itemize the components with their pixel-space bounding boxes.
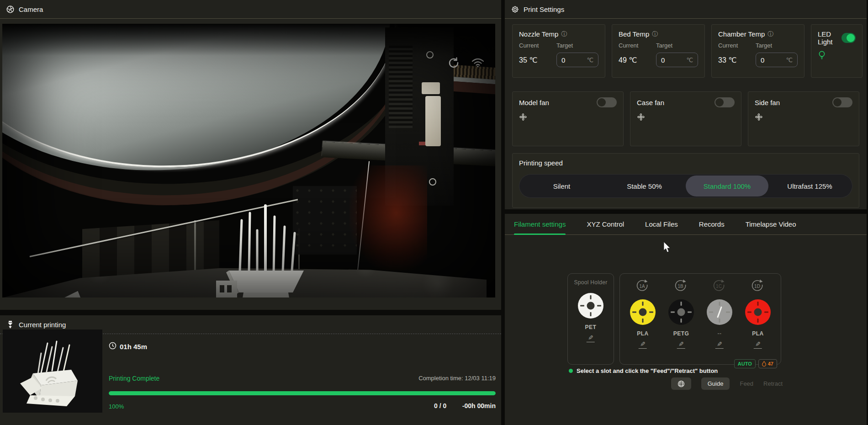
slot-hint-text: Select a slot and click the "Feed"/"Retr… xyxy=(577,367,718,374)
edit-pencil-icon[interactable]: ✎ xyxy=(639,340,647,349)
humidity-badge: 47 xyxy=(758,359,777,368)
top-shade xyxy=(2,24,495,56)
svg-text:1B: 1B xyxy=(677,284,683,289)
slot-1a-spool[interactable] xyxy=(630,299,656,325)
nozzle-target-value[interactable]: 0 xyxy=(561,56,565,64)
speed-option-ultrafast[interactable]: Ultrafast 125% xyxy=(768,175,851,197)
printing-speed-card: Printing speed Silent Stable 50% Standar… xyxy=(512,153,859,208)
retract-button[interactable]: Retract xyxy=(763,377,783,390)
print-job-thumbnail xyxy=(3,329,102,413)
nozzle-target-unit: ℃ xyxy=(587,57,593,64)
printing-speed-selector: Silent Stable 50% Standard 100% Ultrafas… xyxy=(519,174,852,198)
chamber-target-value[interactable]: 0 xyxy=(761,56,764,64)
slot-1d-spool[interactable] xyxy=(745,299,771,325)
nozzle-temp-label: Nozzle Temp xyxy=(519,30,558,38)
elapsed-time-value: 01h 45m xyxy=(120,343,147,351)
target-label: Target xyxy=(656,42,672,49)
chamber-temp-card: Chamber Tempⓘ CurrentTarget 33 ℃ 0 ℃ xyxy=(711,24,804,78)
chamber-target-input[interactable]: 0 ℃ xyxy=(756,53,798,67)
edit-pencil-icon[interactable]: ✎ xyxy=(754,340,762,349)
nozzle-target-input[interactable]: 0 ℃ xyxy=(556,53,598,67)
case-fan-label: Case fan xyxy=(637,99,664,106)
case-fan-toggle[interactable] xyxy=(715,97,735,107)
print-settings-header: Print Settings xyxy=(505,0,867,19)
completion-time: Completion time: 12/03 11:19 xyxy=(418,375,496,382)
printer-dashboard: Camera xyxy=(0,0,868,425)
current-label: Current xyxy=(519,42,556,49)
gear-icon xyxy=(511,5,519,13)
wifi-icon xyxy=(471,58,484,69)
slot-1b-material: PETG xyxy=(673,330,689,337)
chamber-target-unit: ℃ xyxy=(786,57,793,64)
slot-1b-spool[interactable] xyxy=(668,299,694,325)
bed-temp-card: Bed Tempⓘ CurrentTarget 49 ℃ 0 ℃ xyxy=(612,24,705,78)
edit-pencil-icon[interactable]: ✎ xyxy=(677,340,685,349)
slot-1a[interactable]: 1A PLA ✎ xyxy=(624,279,662,359)
print-head-detail xyxy=(419,142,425,145)
slot-1b[interactable]: 1B PETG ✎ xyxy=(662,279,700,359)
spool-holder-spool[interactable] xyxy=(578,293,603,319)
print-settings-panel: Print Settings Nozzle Tempⓘ CurrentTarge… xyxy=(505,0,867,209)
edit-pencil-icon[interactable]: ✎ xyxy=(715,340,724,349)
led-light-toggle[interactable] xyxy=(842,33,856,43)
target-label: Target xyxy=(756,42,772,49)
slot-1c-material: -- xyxy=(718,330,722,337)
auto-badge: AUTO xyxy=(734,359,756,368)
red-glow xyxy=(349,165,427,271)
tab-xyz-control[interactable]: XYZ Control xyxy=(587,214,624,234)
model-fan-toggle[interactable] xyxy=(597,97,617,107)
current-printing-panel: Current printing xyxy=(0,315,501,425)
svg-text:1C: 1C xyxy=(716,284,722,289)
speed-option-stable[interactable]: Stable 50% xyxy=(603,175,686,197)
tab-timelapse-video[interactable]: Timelapse Video xyxy=(746,214,796,234)
side-fan-label: Side fan xyxy=(755,99,780,106)
print-head-part xyxy=(422,82,440,94)
slot-1c-spool[interactable] xyxy=(707,299,732,325)
tab-filament-settings[interactable]: Filament settings xyxy=(514,214,566,234)
clock-icon xyxy=(109,342,116,351)
filament-slots-box: 1A PLA ✎ 1B xyxy=(619,273,781,365)
fan-icon xyxy=(755,113,852,123)
fan-icon xyxy=(519,113,617,123)
current-label: Current xyxy=(619,42,656,49)
refresh-icon[interactable] xyxy=(448,57,460,70)
slot-1a-material: PLA xyxy=(637,330,649,337)
model-fan-label: Model fan xyxy=(519,99,549,106)
info-icon[interactable]: ⓘ xyxy=(767,31,773,37)
progress-bar-fill xyxy=(109,391,496,395)
feed-button[interactable]: Feed xyxy=(740,377,753,390)
slot-1d[interactable]: 1D PLA ✎ xyxy=(739,279,777,359)
speed-option-standard[interactable]: Standard 100% xyxy=(686,175,768,197)
spool-holder-box[interactable]: Spool Holder PET ✎ xyxy=(567,273,614,365)
current-printing-title: Current printing xyxy=(19,321,66,329)
language-globe-button[interactable] xyxy=(671,377,691,390)
slot-1d-badge: 1D xyxy=(750,279,766,293)
tab-local-files[interactable]: Local Files xyxy=(645,214,678,234)
info-icon[interactable]: ⓘ xyxy=(652,31,658,37)
status-dot xyxy=(569,369,573,373)
bed-current-temp: 49 ℃ xyxy=(619,56,656,64)
tabs-panel: Filament settings XYZ Control Local File… xyxy=(505,214,867,425)
nozzle-icon xyxy=(6,320,14,329)
slot-1c[interactable]: 1C -- ✎ xyxy=(700,279,739,359)
nozzle-current-temp: 35 ℃ xyxy=(519,56,556,64)
slot-1a-badge: 1A xyxy=(635,279,651,293)
bed-target-input[interactable]: 0 ℃ xyxy=(656,53,698,67)
svg-text:1D: 1D xyxy=(754,284,760,289)
info-icon[interactable]: ⓘ xyxy=(561,31,567,37)
edit-pencil-icon[interactable]: ✎ xyxy=(587,334,595,342)
printing-speed-label: Printing speed xyxy=(519,159,852,167)
target-label: Target xyxy=(556,42,573,49)
slot-1d-material: PLA xyxy=(752,330,764,337)
bed-target-unit: ℃ xyxy=(686,57,693,64)
spool-holder-label: Spool Holder xyxy=(574,279,608,286)
print-settings-title: Print Settings xyxy=(524,5,564,13)
bed-target-value[interactable]: 0 xyxy=(661,56,665,64)
tab-records[interactable]: Records xyxy=(699,214,725,234)
progress-percent: 100% xyxy=(109,403,124,410)
guide-button[interactable]: Guide xyxy=(701,377,730,390)
camera-title: Camera xyxy=(19,5,43,13)
speed-option-silent[interactable]: Silent xyxy=(520,175,603,197)
side-fan-toggle[interactable] xyxy=(832,97,852,107)
heatsink-ribs xyxy=(389,46,413,128)
